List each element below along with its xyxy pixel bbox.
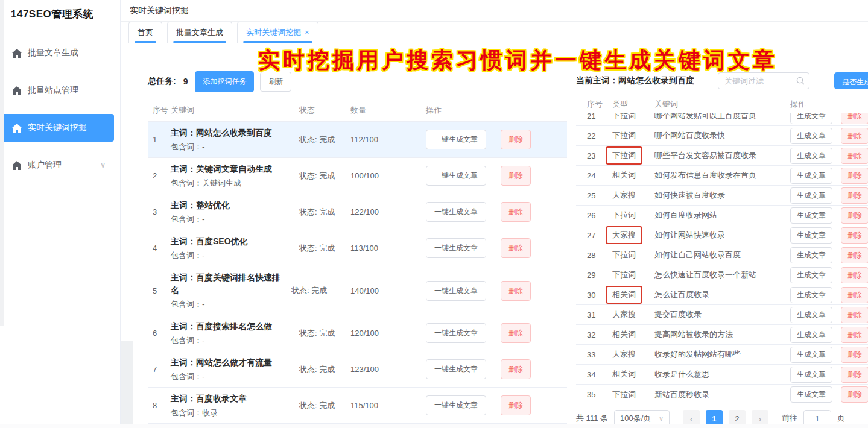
task-status: 状态: 完成 [291, 285, 350, 296]
keyword-row[interactable]: 32 相关词 提高网站被收录的方法 生成文章 删除 [576, 325, 868, 345]
keyword-row[interactable]: 21 下拉词 哪个网站发贴可以上百度首页 生成文章 删除 [576, 113, 868, 126]
keyword-index: 35 [587, 390, 612, 399]
generate-article-button[interactable]: 一键生成文章 [426, 238, 486, 258]
generate-article-button[interactable]: 生成文章 [790, 207, 832, 224]
generate-article-button[interactable]: 一键生成文章 [426, 281, 486, 301]
delete-button[interactable]: 删除 [501, 281, 531, 301]
keyword-row[interactable]: 33 大家搜 收录好的发帖网站有哪些 生成文章 删除 [576, 345, 868, 365]
task-row[interactable]: 7 主词：网站怎么做才有流量 包含词：- 状态: 完成 123/100 一键生成… [148, 351, 567, 388]
task-status: 状态: 完成 [299, 207, 350, 218]
chevron-down-icon: ∨ [659, 415, 664, 423]
task-row[interactable]: 3 主词：整站优化 包含词：- 状态: 完成 122/100 一键生成文章 删除 [148, 194, 567, 230]
generate-article-button[interactable]: 一键生成文章 [426, 166, 486, 186]
task-row[interactable]: 2 主词：关键词文章自动生成 包含词：关键词生成 状态: 完成 100/100 … [148, 158, 567, 194]
delete-button[interactable]: 删除 [841, 287, 868, 303]
delete-button[interactable]: 删除 [841, 128, 868, 144]
keyword-text: 如何发布信息百度收录在首页 [654, 170, 790, 181]
task-count: 112/100 [350, 135, 426, 144]
generate-article-button[interactable]: 生成文章 [790, 247, 832, 263]
generate-article-button[interactable]: 一键生成文章 [426, 202, 486, 222]
task-row[interactable]: 5 主词：百度关键词排名快速排名 包含词：- 状态: 完成 140/100 一键… [148, 266, 567, 315]
keyword-index: 31 [587, 310, 612, 319]
keyword-row[interactable]: 30 相关词 怎么让百度收录 生成文章 删除 [576, 285, 868, 305]
delete-button[interactable]: 删除 [841, 113, 868, 124]
keyword-row[interactable]: 24 相关词 如何发布信息百度收录在首页 生成文章 删除 [576, 166, 868, 186]
sidebar-item-batch-article[interactable]: 批量文章生成 [0, 39, 114, 67]
task-row[interactable]: 8 主词：百度收录文章 包含词：收录 状态: 完成 115/100 一键生成文章… [148, 388, 567, 424]
delete-button[interactable]: 删除 [841, 148, 868, 164]
keyword-row[interactable]: 27 大家搜 如何让网站快速收录 生成文章 删除 [576, 225, 868, 245]
keyword-type: 下拉词 [612, 270, 636, 279]
keyword-row[interactable]: 34 相关词 收录是什么意思 生成文章 删除 [576, 365, 868, 385]
add-task-button[interactable]: 添加挖词任务 [195, 71, 254, 92]
keyword-row[interactable]: 29 下拉词 怎么快速让百度收录一个新站 生成文章 删除 [576, 265, 868, 285]
task-row[interactable]: 4 主词：百度SEO优化 包含词：- 状态: 完成 113/100 一键生成文章… [148, 230, 567, 266]
task-include: 包含词：- [171, 214, 293, 225]
keyword-row[interactable]: 31 大家搜 提交百度收录 生成文章 删除 [576, 305, 868, 325]
delete-button[interactable]: 删除 [501, 359, 531, 379]
delete-button[interactable]: 删除 [841, 207, 868, 224]
generate-article-button[interactable]: 生成文章 [790, 307, 832, 323]
delete-button[interactable]: 删除 [841, 168, 868, 184]
generate-article-button[interactable]: 生成文章 [790, 347, 832, 363]
keyword-row[interactable]: 25 大家搜 如何快速被百度收录 生成文章 删除 [576, 186, 868, 206]
delete-button[interactable]: 删除 [841, 227, 868, 244]
generate-all-toggle-button[interactable]: 是否生成:全 [834, 72, 868, 89]
keyword-row[interactable]: 23 下拉词 哪些平台发文容易被百度收录 生成文章 删除 [576, 146, 868, 166]
current-keyword-value: 网站怎么收录到百度 [618, 75, 694, 86]
generate-article-button[interactable]: 生成文章 [790, 367, 832, 383]
task-keyword: 主词：百度收录文章 [171, 392, 293, 405]
generate-article-button[interactable]: 生成文章 [790, 267, 832, 283]
keyword-row[interactable]: 22 下拉词 哪个网站百度收录快 生成文章 删除 [576, 126, 868, 146]
delete-button[interactable]: 删除 [501, 395, 531, 415]
keyword-row[interactable]: 35 下拉词 新站百度秒收录 生成文章 删除 [576, 385, 868, 404]
delete-button[interactable]: 删除 [501, 323, 531, 343]
keyword-index: 33 [587, 350, 612, 359]
generate-article-button[interactable]: 生成文章 [790, 187, 832, 204]
delete-button[interactable]: 删除 [841, 307, 868, 323]
generate-article-button[interactable]: 生成文章 [790, 113, 832, 124]
delete-button[interactable]: 删除 [841, 327, 868, 343]
horizontal-scrollbar[interactable] [0, 424, 868, 428]
delete-button[interactable]: 删除 [841, 347, 868, 363]
delete-button[interactable]: 删除 [501, 238, 531, 258]
keyword-index: 29 [587, 271, 612, 280]
generate-article-button[interactable]: 一键生成文章 [426, 323, 486, 343]
close-icon[interactable]: × [305, 28, 309, 37]
delete-button[interactable]: 删除 [841, 386, 868, 403]
page-scrollbar[interactable] [0, 0, 4, 326]
generate-article-button[interactable]: 生成文章 [790, 287, 832, 303]
tab-home[interactable]: 首页 [128, 22, 162, 43]
generate-article-button[interactable]: 一键生成文章 [426, 130, 486, 149]
content-scrollbar[interactable] [121, 341, 133, 424]
task-row[interactable]: 6 主词：百度搜索排名怎么做 包含词：- 状态: 完成 120/100 一键生成… [148, 315, 567, 351]
keyword-type-annotated: 相关词 [606, 286, 642, 304]
generate-article-button[interactable]: 生成文章 [790, 386, 832, 403]
delete-button[interactable]: 删除 [501, 166, 531, 186]
keyword-row[interactable]: 28 下拉词 如何让自己网站收录百度 生成文章 删除 [576, 245, 868, 265]
sidebar-item-realtime-keyword[interactable]: 实时关键词挖掘 [0, 114, 114, 142]
delete-button[interactable]: 删除 [501, 202, 531, 222]
goto-label: 前往 [782, 413, 797, 424]
delete-button[interactable]: 删除 [841, 247, 868, 263]
delete-button[interactable]: 删除 [841, 267, 868, 283]
delete-button[interactable]: 删除 [501, 130, 531, 149]
task-row[interactable]: 1 主词：网站怎么收录到百度 包含词：- 状态: 完成 112/100 一键生成… [148, 122, 567, 158]
sidebar-item-account[interactable]: 账户管理 ∨ [0, 151, 114, 179]
column-header: 序号 [587, 99, 612, 110]
keyword-type: 下拉词 [612, 131, 636, 140]
generate-article-button[interactable]: 一键生成文章 [426, 395, 486, 415]
task-keyword: 主词：百度搜索排名怎么做 [171, 320, 293, 333]
delete-button[interactable]: 删除 [841, 367, 868, 383]
keyword-row[interactable]: 26 下拉词 如何百度收录网站 生成文章 删除 [576, 206, 868, 225]
generate-article-button[interactable]: 生成文章 [790, 327, 832, 343]
generate-article-button[interactable]: 生成文章 [790, 128, 832, 144]
generate-article-button[interactable]: 生成文章 [790, 168, 832, 184]
generate-article-button[interactable]: 生成文章 [790, 227, 832, 244]
generate-article-button[interactable]: 生成文章 [790, 148, 832, 164]
tab-realtime-keyword[interactable]: 实时关键词挖掘× [237, 22, 318, 43]
tab-batch-article[interactable]: 批量文章生成 [167, 22, 232, 43]
sidebar-item-batch-site[interactable]: 批量站点管理 [0, 77, 114, 104]
delete-button[interactable]: 删除 [841, 187, 868, 204]
generate-article-button[interactable]: 一键生成文章 [426, 359, 486, 379]
